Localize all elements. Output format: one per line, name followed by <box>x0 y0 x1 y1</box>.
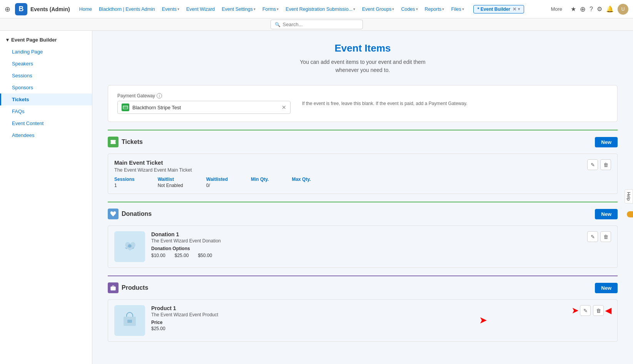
donations-divider <box>108 202 618 202</box>
ticket-sessions-label: Sessions <box>114 177 135 182</box>
ticket-max-qty-label: Max Qty. <box>292 177 311 182</box>
app-logo: B <box>15 3 27 15</box>
tab-close-icon[interactable]: ✕ <box>513 7 516 12</box>
ticket-row: Main Event Ticket The Event Wizard Event… <box>114 159 611 188</box>
main-content: Event Items You can add event items to y… <box>92 31 633 364</box>
gear-icon[interactable]: ⚙ <box>597 5 602 13</box>
tickets-section-header: Tickets New <box>108 137 618 147</box>
sidebar-item-tickets[interactable]: Tickets <box>0 94 92 105</box>
donation-delete-button[interactable]: 🗑 <box>600 231 611 242</box>
ticket-item: Main Event Ticket The Event Wizard Event… <box>108 154 618 194</box>
search-container: 🔍 <box>271 20 363 29</box>
product-thumbnail <box>114 305 145 336</box>
groups-chevron: ▾ <box>392 7 394 11</box>
donation-edit-button[interactable]: ✎ <box>587 231 598 242</box>
donations-section-title: Donations <box>108 209 152 219</box>
bell-icon[interactable]: 🔔 <box>606 5 614 13</box>
events-chevron: ▾ <box>177 7 179 11</box>
sidebar: ▾ Event Page Builder Landing Page Speake… <box>0 31 92 364</box>
nav-blackthorn-events[interactable]: Blackthorn | Events Admin <box>96 5 158 13</box>
donations-label: Donations <box>122 210 152 217</box>
sidebar-section-label: Event Page Builder <box>11 37 57 43</box>
ticket-min-qty-label: Min Qty. <box>251 177 269 182</box>
products-new-button[interactable]: New <box>595 283 618 293</box>
payment-gateway-row: Payment Gateway i <box>117 93 608 114</box>
nav-event-settings[interactable]: Event Settings ▾ <box>219 5 259 13</box>
ticket-desc: The Event Wizard Event Main Ticket <box>114 167 311 173</box>
payment-gateway-label: Payment Gateway i <box>117 93 291 99</box>
donation-thumbnail <box>114 231 145 262</box>
files-chevron: ▾ <box>462 7 464 11</box>
product-actions: ✎ 🗑 <box>580 305 604 316</box>
page-subtitle: You can add event items to your event an… <box>108 58 618 74</box>
arrow-left-indicator: ◀ <box>605 306 611 315</box>
ticket-waitlist-label: Waitlist <box>158 177 183 182</box>
payment-gateway-field-wrapper: Payment Gateway i <box>117 93 291 114</box>
sidebar-item-faqs[interactable]: FAQs <box>0 105 92 117</box>
sidebar-item-attendees[interactable]: Attendees <box>0 129 92 141</box>
product-edit-button[interactable]: ✎ <box>580 305 591 316</box>
donation-options: $10.00 $25.00 $50.00 <box>151 253 221 258</box>
sidebar-item-speakers[interactable]: Speakers <box>0 58 92 70</box>
payment-gateway-field[interactable]: Blackthorn Stripe Test ✕ <box>117 101 291 114</box>
tickets-new-button[interactable]: New <box>595 137 618 147</box>
payment-gateway-card: Payment Gateway i <box>108 85 618 122</box>
add-icon[interactable]: ⊕ <box>580 5 586 13</box>
nav-home[interactable]: Home <box>76 5 95 13</box>
payment-gateway-clear-icon[interactable]: ✕ <box>282 104 286 110</box>
active-tab[interactable]: * Event Builder ✕ ▾ <box>473 5 524 13</box>
nav-event-groups[interactable]: Event Groups ▾ <box>359 5 397 13</box>
star-icon[interactable]: ★ <box>571 5 576 13</box>
help-icon[interactable]: ? <box>590 6 593 13</box>
ticket-name: Main Event Ticket <box>114 159 311 166</box>
nav-forms[interactable]: Forms ▾ <box>259 5 282 13</box>
svg-rect-0 <box>123 106 128 109</box>
ticket-meta: Sessions 1 Waitlist Not Enabled Waitlist… <box>114 177 311 188</box>
sidebar-item-landing-page[interactable]: Landing Page <box>0 46 92 58</box>
search-bar[interactable]: 🔍 <box>271 20 363 29</box>
donation-content: Donation 1 The Event Wizard Event Donati… <box>151 231 611 258</box>
nav-files[interactable]: Files ▾ <box>448 5 467 13</box>
products-icon <box>108 282 119 293</box>
registration-chevron: ▾ <box>353 7 355 11</box>
ticket-edit-button[interactable]: ✎ <box>587 159 598 170</box>
nav-codes[interactable]: Codes ▾ <box>398 5 421 13</box>
product-delete-button[interactable]: 🗑 <box>593 305 604 316</box>
sidebar-item-sponsors[interactable]: Sponsors <box>0 82 92 94</box>
product-header: Product 1 The Event Wizard Event Product… <box>151 305 611 331</box>
tab-chevron-icon[interactable]: ▾ <box>518 7 520 11</box>
donation-desc: The Event Wizard Event Donation <box>151 238 221 244</box>
sidebar-item-event-content[interactable]: Event Content <box>0 117 92 129</box>
payment-gateway-hint: If the event is free, leave this blank. … <box>302 100 467 107</box>
user-avatar[interactable]: U <box>618 4 628 15</box>
products-divider <box>108 276 618 276</box>
ticket-meta-min-qty: Min Qty. <box>251 177 269 188</box>
tickets-section-title: Tickets <box>108 137 143 147</box>
grid-icon[interactable]: ⊕ <box>5 5 10 13</box>
payment-gateway-info-icon[interactable]: i <box>157 93 162 99</box>
donation-option-3: $50.00 <box>198 253 212 258</box>
ticket-actions: ✎ 🗑 <box>587 159 611 170</box>
ticket-delete-button[interactable]: 🗑 <box>600 159 611 170</box>
more-button[interactable]: More <box>546 4 567 14</box>
donations-new-button[interactable]: New <box>595 209 618 219</box>
donations-section-header: Donations New <box>108 209 618 219</box>
ticket-waitlist-value: Not Enabled <box>158 183 183 188</box>
app-name: Events (Admin) <box>30 6 70 12</box>
search-input[interactable] <box>283 22 352 27</box>
page-title: Event Items <box>108 42 618 54</box>
nav-reports[interactable]: Reports ▾ <box>422 5 448 13</box>
svg-rect-4 <box>127 320 132 323</box>
nav-event-wizard[interactable]: Event Wizard <box>183 5 218 13</box>
sidebar-section-header[interactable]: ▾ Event Page Builder <box>0 34 92 46</box>
product-price: $25.00 <box>151 326 218 331</box>
nav-event-registration[interactable]: Event Registration Submissio... ▾ <box>282 5 358 13</box>
codes-chevron: ▾ <box>416 7 418 11</box>
donation-name: Donation 1 <box>151 231 221 237</box>
sidebar-item-sessions[interactable]: Sessions <box>0 70 92 82</box>
second-nav-bar: 🔍 <box>0 18 633 31</box>
nav-events[interactable]: Events ▾ <box>159 5 182 13</box>
top-nav: Home Blackthorn | Events Admin Events ▾ … <box>76 5 467 13</box>
help-tab[interactable]: Help <box>625 189 633 204</box>
product-desc: The Event Wizard Event Product <box>151 312 218 317</box>
